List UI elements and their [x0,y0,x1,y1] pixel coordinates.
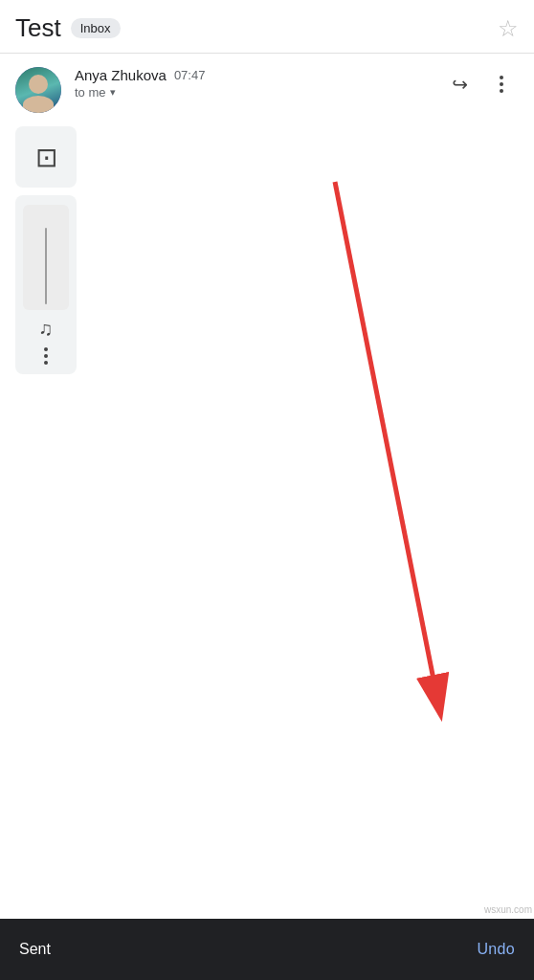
header-left: Test Inbox [15,13,121,43]
attachment-container: ⊡ ♫ [0,122,534,374]
email-actions: ↩ [442,67,519,101]
attachment-icon: ⊡ [35,142,57,173]
more-options-button[interactable] [484,67,519,101]
music-icon: ♫ [39,318,54,340]
email-time: 07:47 [174,68,206,82]
audio-attachment[interactable]: ♫ [15,195,77,374]
email-row: Anya Zhukova 07:47 to me ▾ ↩ [0,54,534,122]
reply-icon: ↩ [452,73,468,96]
snackbar-text: Sent [19,941,51,958]
sender-name: Anya Zhukova [75,67,167,83]
avatar-image [15,67,61,113]
email-meta: Anya Zhukova 07:47 to me ▾ [75,67,429,100]
email-header: Test Inbox ☆ [0,0,534,53]
more-options-icon [500,76,503,93]
snackbar: Sent Undo [0,919,534,980]
attachment-icon-box[interactable]: ⊡ [15,126,77,188]
audio-more-icon[interactable] [44,347,48,365]
reply-button[interactable]: ↩ [442,67,477,101]
audio-waveform-area [23,205,69,310]
watermark: wsxun.com [484,904,532,915]
page-title: Test [15,13,61,43]
sender-row: Anya Zhukova 07:47 [75,67,429,83]
to-label: to me [75,85,106,100]
audio-waveform-bar [45,228,47,304]
undo-button[interactable]: Undo [477,941,515,958]
avatar [15,67,61,113]
chevron-down-icon: ▾ [110,86,116,99]
star-icon[interactable]: ☆ [498,15,519,42]
email-to-row[interactable]: to me ▾ [75,85,429,100]
inbox-badge[interactable]: Inbox [71,18,121,38]
